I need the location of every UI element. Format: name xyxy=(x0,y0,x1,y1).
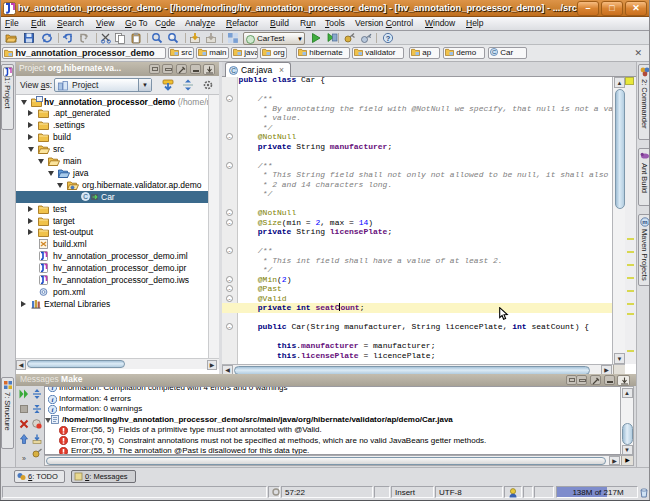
svg-text:C: C xyxy=(492,49,496,55)
svg-text:i: i xyxy=(52,386,54,392)
svg-text:?: ? xyxy=(386,34,391,43)
svg-text:C: C xyxy=(83,192,88,199)
svg-text:C: C xyxy=(231,67,236,74)
svg-text:i: i xyxy=(52,406,54,414)
svg-text:m: m xyxy=(642,219,647,225)
svg-text:i: i xyxy=(52,396,54,404)
